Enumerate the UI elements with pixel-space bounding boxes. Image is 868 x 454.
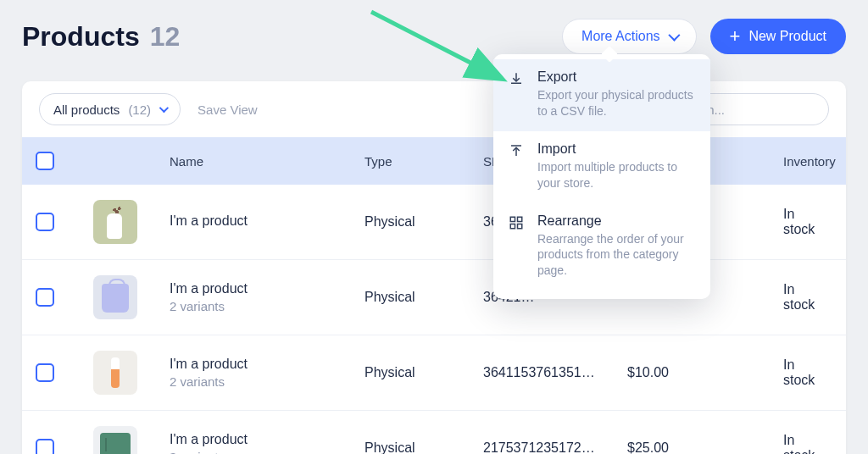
upload-icon (509, 141, 526, 191)
menu-item-title: Rearrange (537, 213, 695, 229)
row-checkbox[interactable] (36, 288, 54, 307)
download-icon (509, 69, 526, 119)
product-inventory: In stock (780, 433, 829, 454)
product-name: I'm a product (170, 213, 364, 229)
menu-item-desc: Import multiple products to your store. (537, 159, 695, 191)
menu-item-title: Import (537, 141, 695, 157)
menu-item-import[interactable]: Import Import multiple products to your … (493, 131, 710, 203)
menu-item-rearrange[interactable]: Rearrange Rearrange the order of your pr… (493, 203, 710, 291)
rearrange-icon (509, 213, 526, 280)
product-sku: 2175371235172… (483, 440, 627, 454)
row-checkbox[interactable] (36, 439, 54, 454)
page-title: Products (22, 21, 140, 53)
table-row[interactable]: I'm a product Physical 36421… In stock (22, 185, 846, 260)
filter-label: All products (53, 102, 120, 117)
products-panel: All products (12) Save View Search... Na… (22, 81, 846, 454)
product-inventory: In stock (780, 282, 829, 313)
menu-item-title: Export (537, 69, 695, 85)
new-product-button[interactable]: + New Product (710, 19, 846, 54)
product-price: $25.00 (627, 440, 780, 454)
filter-all-products[interactable]: All products (12) (39, 93, 181, 125)
more-actions-label: More Actions (581, 29, 659, 44)
new-product-label: New Product (748, 29, 826, 44)
table-row[interactable]: I'm a product 2 variants Physical 36421…… (22, 260, 846, 335)
column-type: Type (364, 154, 483, 169)
table-row[interactable]: I'm a product 2 variants Physical 364115… (22, 335, 846, 411)
product-inventory: In stock (780, 357, 829, 388)
product-name: I'm a product (170, 281, 364, 296)
page-title-wrap: Products 12 (22, 21, 180, 53)
product-name: I'm a product (170, 357, 364, 372)
product-thumbnail (93, 200, 137, 244)
product-type: Physical (364, 365, 483, 380)
product-type: Physical (364, 214, 483, 230)
menu-item-desc: Export your physical products to a CSV f… (537, 87, 695, 119)
select-all-checkbox[interactable] (36, 152, 54, 170)
row-checkbox[interactable] (36, 213, 54, 231)
filter-count: (12) (128, 102, 151, 117)
page-title-count: 12 (150, 21, 181, 53)
table-header: Name Type SKU Inventory (22, 137, 846, 185)
product-sku: 3641153761351… (483, 365, 627, 380)
product-name: I'm a product (170, 432, 364, 447)
product-thumbnail (93, 275, 137, 319)
menu-item-export[interactable]: Export Export your physical products to … (493, 59, 710, 131)
save-view-button[interactable]: Save View (198, 102, 258, 117)
product-thumbnail (93, 351, 137, 395)
chevron-down-icon (668, 30, 680, 42)
chevron-down-icon (159, 103, 169, 113)
product-variants: 2 variants (170, 299, 364, 313)
product-thumbnail (93, 426, 137, 454)
more-actions-menu: Export Export your physical products to … (493, 54, 710, 299)
product-inventory: In stock (780, 207, 829, 237)
menu-item-desc: Rearrange the order of your products fro… (537, 231, 695, 280)
product-variants: 2 variants (170, 374, 364, 389)
column-name: Name (170, 154, 364, 169)
svg-rect-2 (510, 224, 515, 228)
table-row[interactable]: I'm a product 3 variants Physical 217537… (22, 411, 846, 454)
row-checkbox[interactable] (36, 363, 54, 382)
product-type: Physical (364, 290, 483, 305)
svg-rect-1 (518, 217, 522, 221)
svg-rect-0 (510, 217, 515, 221)
product-type: Physical (364, 440, 483, 454)
column-inventory: Inventory (780, 154, 836, 169)
more-actions-button[interactable]: More Actions (562, 19, 696, 54)
product-variants: 3 variants (170, 450, 364, 454)
svg-rect-3 (518, 224, 522, 228)
product-price: $10.00 (627, 365, 780, 380)
